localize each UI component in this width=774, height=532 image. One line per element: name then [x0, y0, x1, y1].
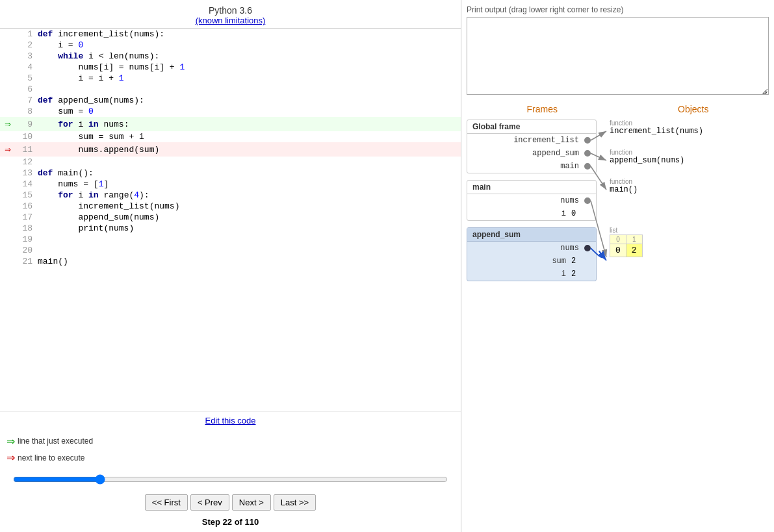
arrow-col-20 [0, 245, 16, 256]
append-sum-frame-title: append_sum [467, 228, 596, 242]
fn-type-label-il: function [610, 120, 703, 127]
val-as-i: 2 [571, 270, 591, 279]
var-as-i: i [504, 270, 569, 279]
code-line-20 [35, 245, 461, 256]
next-button[interactable]: Next > [232, 494, 271, 511]
arrow-col-2 [0, 40, 16, 51]
var-main: main [517, 162, 582, 171]
var-append-sum: append_sum [517, 149, 582, 158]
append-sum-frame-box: append_sum nums sum 2 i 2 [467, 227, 597, 281]
dot-as-nums [584, 245, 591, 251]
arrow-col-12 [0, 157, 16, 168]
first-button[interactable]: << First [145, 494, 188, 511]
known-limitations-link[interactable]: (known limitations) [196, 16, 266, 25]
step-slider[interactable] [13, 474, 448, 485]
list-cell-0: 0 0 [610, 235, 626, 257]
objects-column: function increment_list(nums) function a… [610, 120, 703, 257]
viz-area: Global frame increment_list append_sum m… [467, 120, 769, 527]
code-line-6 [35, 84, 461, 95]
global-frame-title: Global frame [467, 120, 596, 134]
code-header: Python 3.6 (known limitations) [0, 0, 461, 29]
red-arrow-legend-icon: ⇒ [6, 450, 15, 466]
code-line-7: def append_sum(nums): [35, 95, 461, 106]
list-val-0: 0 [610, 244, 626, 257]
line-num-19: 19 [16, 234, 35, 245]
list-val-1: 2 [626, 244, 642, 257]
legend-row: ⇒ line that just executed ⇒ next line to… [0, 429, 461, 470]
code-line-11: nums.append(sum) [35, 142, 461, 157]
resize-handle[interactable]: ◢ [762, 88, 768, 94]
edit-link-row: Edit this code [0, 411, 461, 429]
main-frame-box: main nums i 0 [467, 180, 597, 221]
last-button[interactable]: Last >> [274, 494, 316, 511]
dot-main [584, 163, 591, 170]
code-line-21: main() [35, 256, 461, 267]
frame-row-main: main [467, 160, 596, 173]
list-cell-1: 1 2 [626, 235, 642, 257]
right-panel: Print output (drag lower right corner to… [461, 0, 774, 532]
code-line-3: while i < len(nums): [35, 51, 461, 62]
frame-row-as-nums: nums [467, 242, 596, 255]
code-line-8: sum = 0 [35, 106, 461, 117]
line-num-2: 2 [16, 40, 35, 51]
code-line-16: increment_list(nums) [35, 201, 461, 212]
arrow-col-9: ⇒ [0, 117, 16, 131]
line-num-8: 8 [16, 106, 35, 117]
code-line-15: for i in range(4): [35, 190, 461, 201]
legend-green: ⇒ line that just executed [6, 433, 454, 450]
line-num-3: 3 [16, 51, 35, 62]
arrow-col-4 [0, 62, 16, 73]
fn-type-label-main: function [610, 178, 703, 185]
line-num-17: 17 [16, 212, 35, 223]
code-line-4: nums[i] = nums[i] + 1 [35, 62, 461, 73]
frame-row-main-nums: nums [467, 194, 596, 207]
list-type-label: list [610, 227, 703, 234]
fn-obj-append-sum: function append_sum(nums) [610, 149, 703, 165]
frame-row-as-i: i 2 [467, 268, 596, 281]
var-as-sum: sum [504, 257, 569, 266]
arrow-col-15 [0, 190, 16, 201]
objects-header-label: Objects [678, 104, 708, 114]
line-num-14: 14 [16, 179, 35, 190]
list-idx-0: 0 [610, 235, 626, 244]
edit-code-link[interactable]: Edit this code [205, 416, 255, 425]
arrow-col-18 [0, 223, 16, 234]
var-main-nums: nums [517, 196, 582, 205]
green-legend-label: line that just executed [18, 435, 93, 448]
frame-row-as-sum: sum 2 [467, 255, 596, 268]
fn-name-as: append_sum(nums) [610, 156, 703, 165]
arrow-col-5 [0, 73, 16, 84]
print-output-box: ◢ [467, 17, 769, 95]
green-arrow-legend-icon: ⇒ [6, 433, 15, 450]
code-line-17: append_sum(nums) [35, 212, 461, 223]
val-as-sum: 2 [571, 257, 591, 266]
code-table: 1def increment_list(nums):2 i = 03 while… [0, 29, 461, 267]
list-box: 0 0 1 2 [610, 234, 643, 257]
line-num-5: 5 [16, 73, 35, 84]
line-num-11: 11 [16, 142, 35, 157]
slider-row [0, 470, 461, 490]
frame-row-append-sum: append_sum [467, 147, 596, 160]
line-num-6: 6 [16, 84, 35, 95]
arrow-col-14 [0, 179, 16, 190]
var-main-i: i [504, 209, 569, 218]
list-idx-1: 1 [626, 235, 642, 244]
main-frame-title: main [467, 181, 596, 194]
fn-type-label-as: function [610, 149, 703, 156]
code-line-13: def main(): [35, 168, 461, 179]
arrow-col-11: ⇒ [0, 142, 16, 157]
line-num-1: 1 [16, 29, 35, 40]
arrow-col-13 [0, 168, 16, 179]
frame-row-main-i: i 0 [467, 207, 596, 220]
prev-button[interactable]: < Prev [190, 494, 229, 511]
code-line-14: nums = [1] [35, 179, 461, 190]
arrow-col-7 [0, 95, 16, 106]
list-cells: 0 0 1 2 [610, 235, 642, 257]
frames-header-label: Frames [527, 104, 558, 114]
fn-obj-main: function main() [610, 178, 703, 194]
dot-main-nums [584, 197, 591, 204]
arrow-col-19 [0, 234, 16, 245]
val-main-i: 0 [571, 209, 591, 218]
code-line-19 [35, 234, 461, 245]
arrow-col-3 [0, 51, 16, 62]
